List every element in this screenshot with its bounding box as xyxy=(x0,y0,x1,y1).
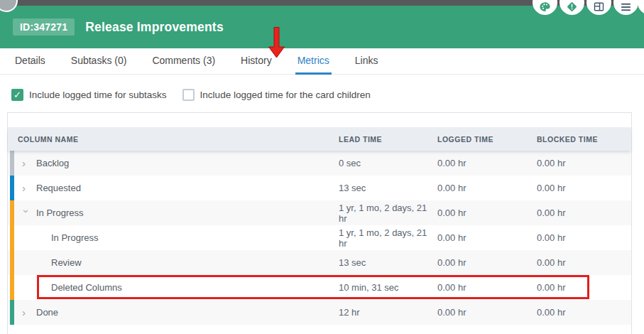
column-color-strip xyxy=(10,225,14,250)
tab-metrics[interactable]: Metrics xyxy=(295,48,332,75)
lead-time-value: 13 sec xyxy=(339,183,437,193)
chevron-right-icon[interactable]: › xyxy=(22,307,31,318)
tab-details[interactable]: Details xyxy=(13,48,48,75)
blocked-time-value: 0.00 hr xyxy=(537,158,631,168)
row-name: Review xyxy=(51,257,82,268)
row-name: Done xyxy=(36,307,58,318)
table-row-done[interactable]: ›Done 12 hr 0.00 hr 0.00 hr xyxy=(8,300,631,325)
column-header-name: COLUMN NAME xyxy=(8,135,339,144)
menu-icon xyxy=(620,2,632,13)
logged-time-value: 0.00 hr xyxy=(437,183,537,193)
card-id-badge: ID:347271 xyxy=(13,18,75,36)
filter-card-children[interactable]: Include logged time for the card childre… xyxy=(182,89,371,101)
row-name: Deleted Columns xyxy=(51,282,122,293)
tab-bar: Details Subtasks (0) Comments (3) Histor… xyxy=(0,48,644,75)
row-name: Backlog xyxy=(36,158,69,168)
column-color-strip xyxy=(10,200,14,225)
blocked-time-value: 0.00 hr xyxy=(537,307,631,318)
lead-time-value: 12 hr xyxy=(339,307,437,318)
blocked-time-value: 0.00 hr xyxy=(537,208,631,218)
column-color-strip xyxy=(10,275,14,300)
column-color-strip xyxy=(10,300,14,325)
table-row-in-progress[interactable]: ›In Progress 1 yr, 1 mo, 2 days, 21 hr 0… xyxy=(8,200,631,225)
card-children-checkbox-label: Include logged time for the card childre… xyxy=(200,90,371,100)
board-layout-icon xyxy=(593,1,605,13)
logged-time-value: 0.00 hr xyxy=(437,158,537,168)
tab-links[interactable]: Links xyxy=(353,48,381,75)
column-header-logged-time: LOGGED TIME xyxy=(437,135,537,144)
lead-time-value: 1 yr, 1 mo, 2 days, 21 hr xyxy=(339,203,437,224)
palette-icon xyxy=(539,1,551,13)
table-header-row: COLUMN NAME LEAD TIME LOGGED TIME BLOCKE… xyxy=(8,127,631,151)
card-children-checkbox[interactable] xyxy=(182,89,195,101)
table-row-in-progress-child[interactable]: In Progress 1 yr, 1 mo, 2 days, 21 hr 0.… xyxy=(8,225,631,250)
blocker-icon xyxy=(566,1,578,13)
table-row-backlog[interactable]: ›Backlog 0 sec 0.00 hr 0.00 hr xyxy=(8,151,631,176)
logged-time-value: 0.00 hr xyxy=(437,208,537,218)
chevron-right-icon[interactable]: › xyxy=(22,183,31,193)
logged-time-value: 0.00 hr xyxy=(437,307,537,318)
column-header-blocked-time: BLOCKED TIME xyxy=(537,135,631,144)
row-name: In Progress xyxy=(36,208,83,218)
lead-time-value: 13 sec xyxy=(339,257,437,268)
row-name: Requested xyxy=(36,183,81,193)
subtasks-checkbox-label: Include logged time for subtasks xyxy=(29,90,167,100)
annotation-arrow-icon xyxy=(268,27,285,61)
tab-comments[interactable]: Comments (3) xyxy=(150,48,217,75)
tab-subtasks[interactable]: Subtasks (0) xyxy=(69,48,129,75)
filter-subtasks[interactable]: Include logged time for subtasks xyxy=(11,89,167,101)
logged-time-value: 0.00 hr xyxy=(437,257,537,268)
table-row-review[interactable]: Review 13 sec 0.00 hr 0.00 hr xyxy=(8,250,631,275)
blocked-time-value: 0.00 hr xyxy=(537,257,631,268)
filter-row: Include logged time for subtasks Include… xyxy=(0,82,644,107)
metrics-table: COLUMN NAME LEAD TIME LOGGED TIME BLOCKE… xyxy=(7,112,632,334)
chevron-right-icon[interactable]: › xyxy=(22,158,31,168)
table-row-requested[interactable]: ›Requested 13 sec 0.00 hr 0.00 hr xyxy=(8,176,631,200)
logged-time-value: 0.00 hr xyxy=(437,232,537,243)
lead-time-value: 10 min, 31 sec xyxy=(339,282,437,293)
blocked-time-value: 0.00 hr xyxy=(537,282,631,293)
column-color-strip xyxy=(10,176,14,200)
lead-time-value: 1 yr, 1 mo, 2 days, 21 hr xyxy=(339,227,437,249)
logged-time-value: 0.00 hr xyxy=(437,282,537,293)
subtasks-checkbox[interactable] xyxy=(11,89,23,101)
column-header-lead-time: LEAD TIME xyxy=(339,135,437,144)
lead-time-value: 0 sec xyxy=(339,158,437,168)
column-color-strip xyxy=(10,151,14,176)
chevron-down-icon[interactable]: › xyxy=(21,210,32,218)
blocked-time-value: 0.00 hr xyxy=(537,183,631,193)
blocked-time-value: 0.00 hr xyxy=(537,232,631,243)
card-title: Release Improvements xyxy=(85,20,224,35)
table-row-deleted-columns[interactable]: Deleted Columns 10 min, 31 sec 0.00 hr 0… xyxy=(8,275,631,300)
row-name: In Progress xyxy=(51,232,98,243)
column-color-strip xyxy=(10,250,14,275)
